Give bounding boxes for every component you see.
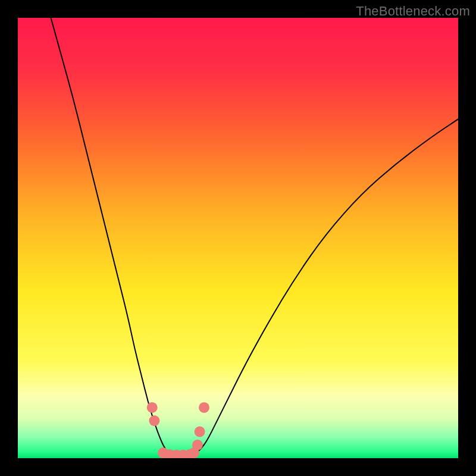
dot-bottom-dots <box>195 427 205 437</box>
dot-bottom-dots <box>192 440 203 450</box>
dot-upper-dots <box>199 402 209 413</box>
bottleneck-chart <box>18 18 458 458</box>
dot-bottom-dots <box>149 415 159 426</box>
chart-background <box>18 18 458 458</box>
watermark-text: TheBottleneck.com <box>356 4 470 19</box>
dot-bottom-dots <box>147 402 158 413</box>
chart-frame <box>18 18 458 458</box>
